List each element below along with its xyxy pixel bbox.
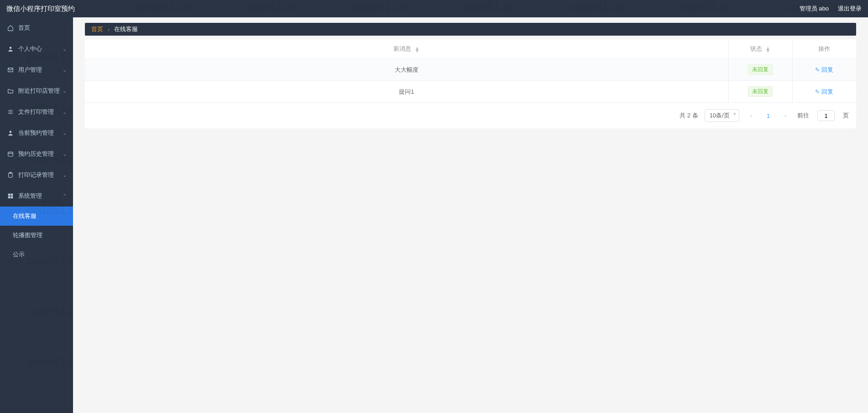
sidebar-item-label: 个人中心	[18, 45, 63, 53]
edit-icon: ✎	[815, 89, 820, 95]
cell-action: ✎ 回复	[792, 59, 856, 81]
col-header-message[interactable]: 新消息 ▲▼	[85, 39, 728, 59]
svg-point-0	[10, 47, 12, 49]
sidebar-item-label: 打印记录管理	[18, 171, 63, 179]
cell-action: ✎ 回复	[792, 81, 856, 103]
sidebar-item-nearby[interactable]: 附近打印店管理 ⌄	[0, 80, 73, 101]
pagination: 共 2 条 10条/页 ‹ 1 › 前往 页	[85, 103, 856, 128]
submenu-item-label: 在线客服	[13, 212, 37, 220]
user-icon	[6, 130, 15, 136]
chevron-down-icon: ⌄	[63, 130, 67, 136]
chevron-down-icon: ⌄	[63, 46, 67, 52]
sidebar-item-label: 附近打印店管理	[18, 87, 63, 95]
goto-page-input[interactable]	[817, 110, 835, 121]
status-badge: 未回复	[748, 64, 773, 75]
breadcrumb-current: 在线客服	[114, 25, 138, 33]
svg-rect-10	[8, 194, 10, 196]
sort-icon[interactable]: ▲▼	[415, 47, 420, 52]
goto-label-suffix: 页	[843, 111, 849, 120]
app-title: 微信小程序打印室预约	[6, 5, 75, 13]
home-icon	[6, 25, 15, 31]
folder-icon	[6, 88, 15, 94]
sidebar-item-record[interactable]: 打印记录管理 ⌄	[0, 164, 73, 185]
sort-icon[interactable]: ▲▼	[765, 47, 770, 52]
reply-button[interactable]: ✎ 回复	[815, 88, 833, 96]
sidebar-item-profile[interactable]: 个人中心 ⌄	[0, 38, 73, 59]
app-header: 微信小程序打印室预约 管理员 abo 退出登录	[0, 0, 868, 17]
sidebar-item-system[interactable]: 系统管理 ⌃	[0, 185, 73, 206]
reply-button[interactable]: ✎ 回复	[815, 66, 833, 74]
calendar-icon	[6, 151, 15, 157]
messages-table: 新消息 ▲▼ 状态 ▲▼ 操作 大大幅度	[85, 39, 856, 103]
status-badge: 未回复	[748, 86, 773, 97]
svg-rect-12	[8, 196, 10, 199]
main-content: 首页 › 在线客服 新消息 ▲▼ 状态 ▲▼	[73, 17, 868, 413]
submenu-item-label: 公示	[13, 250, 25, 259]
chevron-down-icon: ⌄	[63, 151, 67, 157]
breadcrumb-separator: ›	[108, 26, 110, 33]
chevron-down-icon: ⌄	[63, 109, 67, 115]
logout-link[interactable]: 退出登录	[838, 5, 862, 13]
chevron-down-icon: ⌄	[63, 88, 67, 94]
page-size-select[interactable]: 10条/页	[705, 109, 739, 122]
chevron-up-icon: ⌃	[63, 193, 67, 199]
grid-icon	[6, 193, 15, 199]
clipboard-icon	[6, 172, 15, 178]
submenu-item-carousel[interactable]: 轮播图管理	[0, 226, 73, 245]
prev-page-button[interactable]: ‹	[746, 110, 757, 121]
sidebar: 首页 个人中心 ⌄ 用户管理 ⌄ 附近打印店管理 ⌄	[0, 17, 73, 413]
goto-label-prefix: 前往	[797, 111, 809, 120]
sidebar-item-label: 当前预约管理	[18, 129, 63, 137]
cell-message: 大大幅度	[85, 59, 728, 81]
edit-icon: ✎	[815, 67, 820, 73]
list-icon	[6, 109, 15, 115]
chevron-down-icon: ⌄	[63, 172, 67, 178]
cell-status: 未回复	[728, 59, 792, 81]
sidebar-item-reserve[interactable]: 当前预约管理 ⌄	[0, 122, 73, 143]
next-page-button[interactable]: ›	[780, 110, 791, 121]
current-user-label[interactable]: 管理员 abo	[800, 5, 829, 13]
table-row: 提问1 未回复 ✎ 回复	[85, 81, 856, 103]
cell-message: 提问1	[85, 81, 728, 103]
table-card: 新消息 ▲▼ 状态 ▲▼ 操作 大大幅度	[85, 39, 856, 128]
sidebar-item-fileprint[interactable]: 文件打印管理 ⌄	[0, 101, 73, 122]
svg-rect-13	[11, 196, 13, 199]
svg-rect-11	[11, 194, 13, 196]
sidebar-item-label: 系统管理	[18, 192, 63, 200]
sidebar-item-label: 文件打印管理	[18, 108, 63, 116]
sidebar-item-label: 预约历史管理	[18, 150, 63, 158]
svg-rect-6	[8, 152, 13, 156]
cell-status: 未回复	[728, 81, 792, 103]
col-header-status[interactable]: 状态 ▲▼	[728, 39, 792, 59]
sidebar-item-home[interactable]: 首页	[0, 17, 73, 38]
user-icon	[6, 46, 15, 52]
sidebar-item-users[interactable]: 用户管理 ⌄	[0, 59, 73, 80]
col-header-action: 操作	[792, 39, 856, 59]
chevron-down-icon: ⌄	[63, 67, 67, 73]
submenu-item-customer-service[interactable]: 在线客服	[0, 206, 73, 226]
breadcrumb-home[interactable]: 首页	[91, 25, 103, 33]
breadcrumb: 首页 › 在线客服	[85, 23, 856, 36]
current-page-number[interactable]: 1	[763, 112, 774, 119]
table-row: 大大幅度 未回复 ✎ 回复	[85, 59, 856, 81]
sidebar-item-label: 用户管理	[18, 66, 63, 74]
envelope-icon	[6, 67, 15, 73]
submenu-item-notice[interactable]: 公示	[0, 245, 73, 264]
submenu-item-label: 轮播图管理	[13, 231, 42, 239]
sidebar-item-label: 首页	[18, 24, 67, 32]
sidebar-item-history[interactable]: 预约历史管理 ⌄	[0, 143, 73, 164]
pagination-total: 共 2 条	[680, 111, 698, 120]
svg-point-5	[10, 131, 12, 133]
